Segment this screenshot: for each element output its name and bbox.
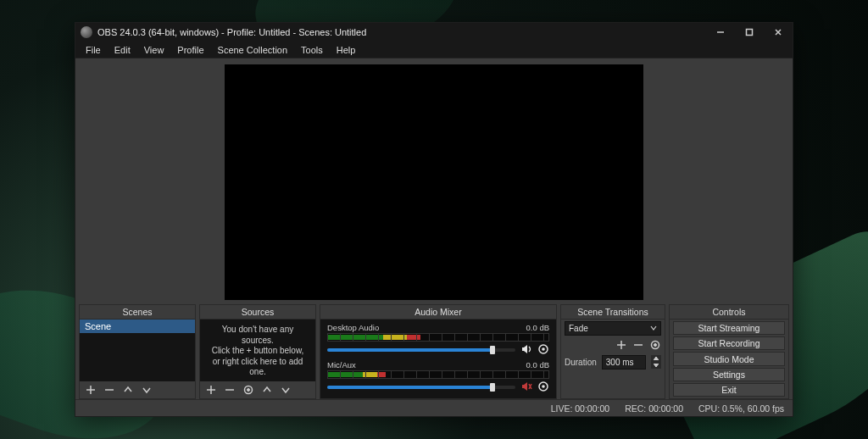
status-rec: REC: 00:00:00 [625,403,683,414]
studio-mode-button[interactable]: Studio Mode [673,352,785,365]
audio-mixer-dock: Audio Mixer Desktop Audio 0.0 dB [320,304,557,399]
titlebar: OBS 24.0.3 (64-bit, windows) - Profile: … [75,23,793,42]
menu-view[interactable]: View [137,43,171,57]
scenes-title: Scenes [80,305,195,320]
status-cpu: CPU: 0.5%, 60.00 fps [698,403,784,414]
add-transition-button[interactable] [615,339,627,351]
add-scene-button[interactable] [85,384,97,396]
sources-hint-line: You don't have any sources. [207,325,309,346]
transitions-title: Scene Transitions [561,305,665,320]
source-up-button[interactable] [261,384,273,396]
transition-properties-button[interactable] [649,339,661,351]
chevron-down-icon [650,324,657,333]
scene-up-button[interactable] [122,384,134,396]
duration-up-button[interactable] [651,355,661,362]
camera-icon [284,380,303,382]
gear-icon[interactable] [537,381,549,394]
svg-point-15 [542,385,545,388]
scenes-toolbar [80,381,195,398]
app-window: OBS 24.0.3 (64-bit, windows) - Profile: … [75,22,793,417]
sources-hint-line: Click the + button below, [207,346,309,357]
add-source-button[interactable] [205,384,217,396]
svg-rect-7 [290,381,294,382]
duration-input[interactable]: 300 ms [602,355,646,370]
scene-item[interactable]: Scene [80,320,195,333]
volume-slider[interactable] [327,386,515,389]
svg-point-17 [654,344,657,347]
start-recording-button[interactable]: Start Recording [673,336,785,350]
muted-speaker-icon[interactable] [520,381,532,394]
mixer-channel: Desktop Audio 0.0 dB [327,323,549,357]
transition-select[interactable]: Fade [565,321,661,336]
duration-label: Duration [565,358,597,367]
preview-canvas[interactable] [225,64,643,300]
duration-value: 300 ms [606,358,634,367]
sources-dock: Sources You don't have any sources. Clic… [199,304,316,399]
minimize-button[interactable] [706,23,735,42]
status-bar: LIVE: 00:00:00 REC: 00:00:00 CPU: 0.5%, … [75,399,793,416]
svg-point-13 [542,347,545,351]
source-properties-button[interactable] [242,384,254,396]
menu-file[interactable]: File [79,43,108,57]
image-icon [213,380,231,382]
controls-title: Controls [670,305,788,320]
sources-hint: You don't have any sources. Click the + … [200,320,315,381]
display-icon [236,380,255,382]
controls-dock: Controls Start Streaming Start Recording… [669,304,789,399]
maximize-button[interactable] [735,23,764,42]
sources-list[interactable]: You don't have any sources. Click the + … [200,320,315,381]
channel-name: Desktop Audio [327,323,379,332]
svg-point-11 [248,389,250,392]
svg-rect-1 [214,381,231,382]
sources-hint-icons [207,380,309,382]
menu-edit[interactable]: Edit [108,43,137,57]
channel-level: 0.0 dB [526,360,549,370]
menu-tools[interactable]: Tools [294,43,330,57]
remove-scene-button[interactable] [103,384,115,396]
sources-title: Sources [200,305,315,320]
sources-hint-line: or right click here to add one. [207,357,309,378]
mixer-body: Desktop Audio 0.0 dB [320,320,556,398]
menu-profile[interactable]: Profile [170,43,210,57]
menu-help[interactable]: Help [330,43,363,57]
sources-toolbar [200,381,315,398]
preview-area [75,58,793,304]
start-streaming-button[interactable]: Start Streaming [673,321,785,335]
remove-transition-button[interactable] [632,339,644,351]
speaker-icon[interactable] [520,343,532,357]
remove-source-button[interactable] [224,384,236,396]
settings-button[interactable]: Settings [673,368,785,381]
exit-button[interactable]: Exit [673,383,785,397]
channel-meter [327,333,549,342]
transition-selected: Fade [569,324,588,333]
channel-level: 0.0 dB [526,323,549,332]
scenes-list[interactable]: Scene [80,320,195,381]
scenes-dock: Scenes Scene [79,304,196,399]
close-button[interactable] [764,23,793,42]
scene-down-button[interactable] [141,384,153,396]
duration-down-button[interactable] [651,362,661,369]
volume-slider[interactable] [327,348,515,352]
menubar: File Edit View Profile Scene Collection … [75,42,793,58]
app-icon [81,26,92,38]
globe-icon [260,380,279,382]
mixer-channel: Mic/Aux 0.0 dB [327,360,549,394]
channel-meter [327,370,549,379]
source-down-button[interactable] [280,384,292,396]
channel-name: Mic/Aux [327,360,356,370]
window-title: OBS 24.0.3 (64-bit, windows) - Profile: … [97,27,366,37]
transitions-dock: Scene Transitions Fade Duration 300 ms [560,304,665,399]
svg-rect-0 [747,30,753,36]
mixer-title: Audio Mixer [320,305,556,320]
status-live: LIVE: 00:00:00 [551,403,609,414]
menu-scene-collection[interactable]: Scene Collection [211,43,295,57]
dock-row: Scenes Scene Sources You don't have any … [75,304,793,399]
gear-icon[interactable] [537,343,549,357]
